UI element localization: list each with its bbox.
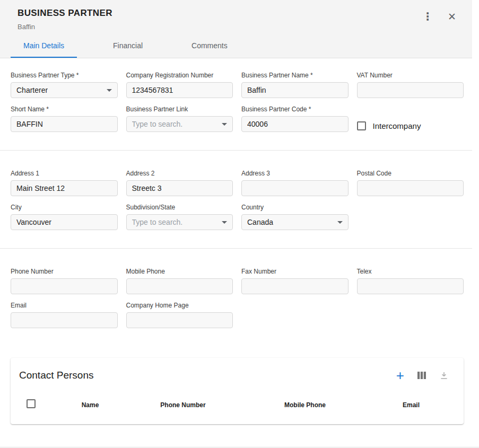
company-home-page-label: Company Home Page (126, 302, 233, 309)
field-country: Country Canada (241, 204, 349, 230)
business-partner-type-label: Business Partner Type * (11, 72, 118, 79)
tab-main-details[interactable]: Main Details (11, 34, 77, 58)
address-3-input[interactable] (241, 180, 349, 196)
vat-number-label: VAT Number (357, 72, 464, 79)
country-select[interactable]: Canada (241, 214, 349, 230)
select-all-checkbox[interactable] (27, 399, 36, 408)
field-address-1: Address 1 (11, 170, 118, 196)
fax-number-input[interactable] (241, 278, 349, 294)
business-partner-code-input[interactable] (241, 116, 349, 132)
mobile-phone-input[interactable] (126, 278, 233, 294)
header-text: BUSINESS PARTNER Baffin (18, 8, 112, 31)
field-business-partner-code: Business Partner Code * (241, 106, 349, 132)
phone-number-label: Phone Number (11, 268, 118, 275)
columns-icon[interactable] (416, 370, 428, 381)
column-header-email: Email (382, 401, 440, 409)
phone-number-input[interactable] (11, 278, 118, 294)
vat-number-input[interactable] (357, 82, 464, 98)
address-1-label: Address 1 (11, 170, 118, 177)
fax-number-label: Fax Number (241, 268, 349, 275)
column-header-name: Name (42, 401, 138, 409)
subdivision-state-label: Subdivision/State (126, 204, 233, 211)
chevron-down-icon (107, 89, 112, 92)
company-registration-number-label: Company Registration Number (126, 72, 233, 79)
contact-persons-actions: + (395, 368, 450, 382)
page-subtitle: Baffin (18, 23, 112, 31)
postal-code-label: Postal Code (357, 170, 464, 177)
tab-bar: Main Details Financial Comments (0, 34, 472, 58)
dialog-header-area: BUSINESS PARTNER Baffin ⋮ ✕ Main Details… (0, 0, 472, 58)
field-address-2: Address 2 (126, 170, 233, 196)
form-content: Business Partner Type * Charterer Compan… (0, 58, 472, 424)
field-phone-number: Phone Number (11, 268, 118, 294)
intercompany-checkbox[interactable] (357, 121, 366, 130)
mobile-phone-label: Mobile Phone (126, 268, 233, 275)
business-partner-link-label: Business Partner Link (126, 106, 233, 113)
business-partner-dialog: BUSINESS PARTNER Baffin ⋮ ✕ Main Details… (0, 0, 479, 447)
contact-persons-card: Contact Persons + (11, 358, 464, 424)
short-name-input[interactable] (11, 116, 118, 132)
telex-input[interactable] (357, 278, 464, 294)
business-partner-code-label: Business Partner Code * (241, 106, 349, 113)
kebab-menu-icon[interactable]: ⋮ (421, 10, 434, 23)
business-partner-type-value: Charterer (16, 86, 48, 94)
field-address-3: Address 3 (241, 170, 349, 196)
subdivision-state-placeholder: Type to search. (132, 218, 183, 226)
header-actions: ⋮ ✕ (421, 10, 457, 23)
field-business-partner-name: Business Partner Name * (241, 72, 349, 98)
telex-label: Telex (357, 268, 464, 275)
field-telex: Telex (357, 268, 464, 294)
chevron-down-icon (222, 123, 227, 126)
field-company-registration-number: Company Registration Number (126, 72, 233, 98)
business-partner-link-placeholder: Type to search. (132, 120, 183, 128)
field-city: City (11, 204, 118, 230)
column-header-mobile-phone: Mobile Phone (228, 401, 382, 409)
select-all-cell (11, 399, 42, 410)
field-business-partner-type: Business Partner Type * Charterer (11, 72, 118, 98)
column-header-phone-number: Phone Number (138, 401, 228, 409)
field-email: Email (11, 302, 118, 328)
chevron-down-icon (222, 221, 227, 224)
download-icon[interactable] (438, 370, 450, 381)
contact-persons-table-header: Name Phone Number Mobile Phone Email (11, 391, 464, 420)
business-partner-name-label: Business Partner Name * (241, 72, 349, 79)
business-partner-link-select[interactable]: Type to search. (126, 116, 233, 132)
address-2-label: Address 2 (126, 170, 233, 177)
tab-comments[interactable]: Comments (179, 34, 240, 58)
field-subdivision-state: Subdivision/State Type to search. (126, 204, 233, 230)
chevron-down-icon (337, 221, 343, 224)
field-mobile-phone: Mobile Phone (126, 268, 233, 294)
page-title: BUSINESS PARTNER (18, 8, 112, 19)
field-short-name: Short Name * (11, 106, 118, 132)
address-1-input[interactable] (11, 180, 118, 196)
business-partner-type-select[interactable]: Charterer (11, 82, 118, 98)
intercompany-label: Intercompany (373, 121, 421, 130)
empty-cell (357, 204, 464, 230)
subdivision-state-select[interactable]: Type to search. (126, 214, 233, 230)
company-registration-number-input[interactable] (126, 82, 233, 98)
field-vat-number: VAT Number (357, 72, 464, 98)
country-label: Country (241, 204, 349, 211)
tab-financial[interactable]: Financial (100, 34, 155, 58)
short-name-label: Short Name * (11, 106, 118, 113)
email-input[interactable] (11, 312, 118, 328)
business-partner-name-input[interactable] (241, 82, 349, 98)
field-intercompany: Intercompany (357, 106, 464, 132)
address-2-input[interactable] (126, 180, 233, 196)
email-label: Email (11, 302, 118, 309)
country-value: Canada (247, 218, 273, 226)
section-identity: Business Partner Type * Charterer Compan… (0, 58, 472, 150)
field-company-home-page: Company Home Page (126, 302, 233, 328)
section-contact-info: Phone Number Mobile Phone Fax Number Tel… (0, 249, 472, 346)
postal-code-input[interactable] (357, 180, 464, 196)
add-contact-icon[interactable]: + (395, 368, 405, 382)
company-home-page-input[interactable] (126, 312, 233, 328)
close-icon[interactable]: ✕ (447, 11, 457, 23)
contact-persons-title: Contact Persons (19, 370, 93, 381)
city-input[interactable] (11, 214, 118, 230)
field-business-partner-link: Business Partner Link Type to search. (126, 106, 233, 132)
field-postal-code: Postal Code (357, 170, 464, 196)
city-label: City (11, 204, 118, 211)
address-3-label: Address 3 (241, 170, 349, 177)
dialog-header: BUSINESS PARTNER Baffin ⋮ ✕ (0, 0, 472, 34)
